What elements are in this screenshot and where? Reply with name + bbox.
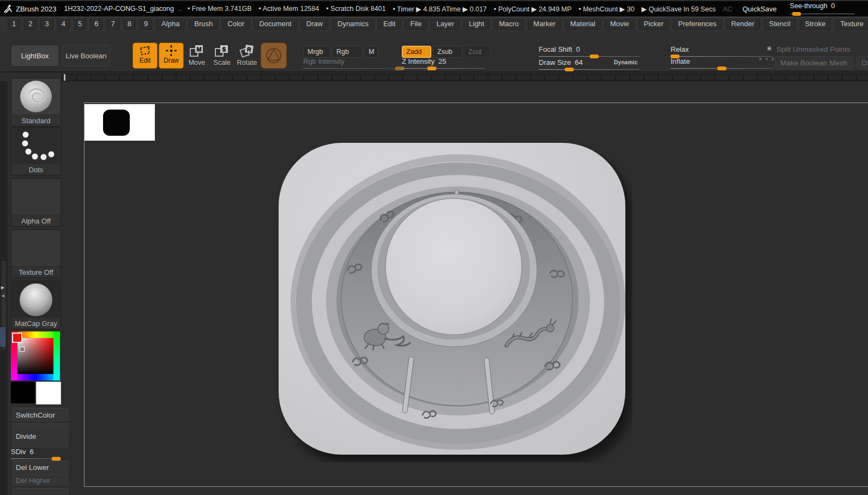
- menu-hotkey-1[interactable]: 1: [8, 17, 20, 30]
- menu-hotkey-7[interactable]: 7: [106, 17, 119, 30]
- scale-mode-button[interactable]: S Scale: [210, 44, 234, 69]
- menu-stroke[interactable]: Stroke: [800, 17, 831, 30]
- see-through-slider[interactable]: See-through 0: [790, 2, 854, 15]
- z-intensity-handle[interactable]: [427, 67, 437, 70]
- focal-shift-handle[interactable]: [589, 55, 599, 58]
- sdiv-slider[interactable]: SDiv6: [11, 448, 60, 459]
- rotate-mode-button[interactable]: R Rotate: [234, 44, 260, 69]
- zcut-button[interactable]: Zcut: [464, 46, 490, 58]
- draw-size-value: 64: [575, 59, 582, 67]
- inflate-label: Inflate: [671, 58, 690, 65]
- sdiv-label: SDiv: [11, 448, 26, 456]
- rgb-intensity-label: Rgb Intensity: [303, 58, 345, 65]
- stroke-preview-button[interactable]: [261, 43, 287, 69]
- tray-collapse-arrow-icon[interactable]: ◀: [1, 294, 4, 298]
- split-unmasked-points-button[interactable]: Split Unmasked Points: [776, 45, 851, 53]
- relax-slider[interactable]: Relax: [671, 46, 773, 57]
- dsd-button[interactable]: DSD: [856, 56, 868, 69]
- sdiv-handle[interactable]: [51, 457, 61, 461]
- tray-partial-button[interactable]: [11, 488, 70, 495]
- see-through-handle[interactable]: [792, 12, 801, 16]
- stat-active-mem: • Active Mem 12584: [259, 5, 320, 13]
- focal-shift-slider[interactable]: Focal Shift0: [539, 46, 640, 57]
- m-button[interactable]: M: [364, 46, 378, 58]
- lightbox-button[interactable]: LightBox: [11, 45, 59, 67]
- menu-material[interactable]: Material: [565, 17, 601, 30]
- menu-brush[interactable]: Brush: [189, 17, 218, 30]
- menu-marker[interactable]: Marker: [528, 17, 560, 30]
- sculpt-model-3d[interactable]: [275, 140, 632, 462]
- menu-dynamics[interactable]: Dynamics: [332, 17, 374, 30]
- menu-macro[interactable]: Macro: [493, 17, 524, 30]
- menu-file[interactable]: File: [405, 17, 427, 30]
- menu-hotkey-5[interactable]: 5: [74, 17, 86, 30]
- menu-alpha[interactable]: Alpha: [156, 17, 185, 30]
- rgb-intensity-slider[interactable]: Rgb Intensity: [303, 58, 405, 69]
- stroke-selector-tile[interactable]: Dots: [11, 127, 61, 176]
- document-name: 1H232-2022-AP-CONG-S1_giacong: [64, 5, 174, 13]
- svg-text:S: S: [222, 46, 226, 52]
- menu-hotkey-8[interactable]: 8: [123, 17, 136, 30]
- stat-quicksave-countdown: ▶ QuickSave In 59 Secs: [642, 5, 716, 13]
- zsub-button[interactable]: Zsub: [433, 46, 462, 58]
- del-higher-button[interactable]: Del Higher: [11, 474, 70, 487]
- menu-hotkey-4[interactable]: 4: [57, 17, 70, 30]
- sdiv-value: 6: [29, 448, 33, 456]
- stroke-name: Dots: [11, 164, 61, 175]
- menu-texture[interactable]: Texture: [835, 17, 868, 30]
- menu-light[interactable]: Light: [463, 17, 490, 30]
- tray-expand-arrow-icon[interactable]: ▶: [1, 286, 4, 290]
- timeline-ruler[interactable]: [61, 74, 868, 81]
- color-picker[interactable]: [11, 331, 60, 381]
- zbrush-logo-icon: [3, 4, 13, 14]
- menu-hotkey-6[interactable]: 6: [90, 17, 103, 30]
- material-selector-tile[interactable]: MatCap Gray: [11, 281, 61, 329]
- menu-draw[interactable]: Draw: [301, 17, 328, 30]
- saturation-value-square[interactable]: [17, 338, 53, 374]
- move-mode-button[interactable]: M Move: [185, 44, 209, 69]
- inflate-slider[interactable]: Inflate: [671, 58, 773, 69]
- zbrush-window: ZBrush 2023 1H232-2022-AP-CONG-S1_giacon…: [0, 0, 868, 495]
- menu-render[interactable]: Render: [726, 17, 760, 30]
- divide-button[interactable]: Divide: [11, 424, 70, 449]
- quicksave-button[interactable]: QuickSave: [743, 5, 777, 13]
- brush-selector-tile[interactable]: Standard: [11, 78, 61, 126]
- menu-preferences[interactable]: Preferences: [673, 17, 722, 30]
- menu-layer[interactable]: Layer: [431, 17, 460, 30]
- stat-free-mem: • Free Mem 3.741GB: [188, 5, 252, 13]
- color-cursor[interactable]: [20, 347, 25, 352]
- left-tray-edge: ▶ ◀: [0, 81, 8, 495]
- stat-scratch-disk: • Scratch Disk 8401: [326, 5, 385, 13]
- menu-edit[interactable]: Edit: [378, 17, 401, 30]
- zadd-button[interactable]: Zadd: [402, 46, 431, 58]
- menu-document[interactable]: Document: [254, 17, 297, 30]
- live-boolean-button[interactable]: Live Boolean: [62, 45, 110, 67]
- texture-selector-tile[interactable]: Texture Off: [11, 230, 61, 278]
- relax-radio-icon[interactable]: [767, 46, 771, 51]
- rgb-button[interactable]: Rgb: [332, 46, 363, 58]
- del-lower-button[interactable]: Del Lower: [11, 461, 70, 474]
- alpha-preview-panel: [85, 104, 155, 141]
- main-color-swatch[interactable]: [11, 382, 35, 403]
- menu-hotkey-9[interactable]: 9: [140, 17, 152, 30]
- edit-mode-button[interactable]: Edit: [132, 43, 158, 69]
- z-intensity-label: Z Intensity: [402, 58, 435, 65]
- menu-movie[interactable]: Movie: [605, 17, 635, 30]
- draw-mode-button[interactable]: Draw: [159, 43, 184, 69]
- inflate-handle[interactable]: [718, 67, 727, 70]
- menu-color[interactable]: Color: [222, 17, 250, 30]
- timeline-cursor[interactable]: [64, 74, 65, 81]
- secondary-color-swatch[interactable]: [36, 382, 61, 405]
- menu-hotkey-2[interactable]: 2: [24, 17, 37, 30]
- tray-scroll-indicator[interactable]: [0, 327, 5, 347]
- menu-stencil[interactable]: Stencil: [764, 17, 796, 30]
- z-intensity-slider[interactable]: Z Intensity25: [402, 58, 485, 69]
- menu-hotkey-3[interactable]: 3: [40, 17, 53, 30]
- draw-size-handle[interactable]: [564, 68, 574, 71]
- menu-bar: 1 2 3 4 5 6 7 8 9 Alpha Brush Color Docu…: [0, 16, 868, 31]
- switch-color-button[interactable]: SwitchColor: [11, 408, 70, 422]
- mrgb-button[interactable]: Mrgb: [303, 46, 330, 58]
- alpha-selector-tile[interactable]: Alpha Off: [11, 178, 61, 227]
- menu-picker[interactable]: Picker: [638, 17, 669, 30]
- make-boolean-mesh-button[interactable]: Make Boolean Mesh: [775, 56, 853, 69]
